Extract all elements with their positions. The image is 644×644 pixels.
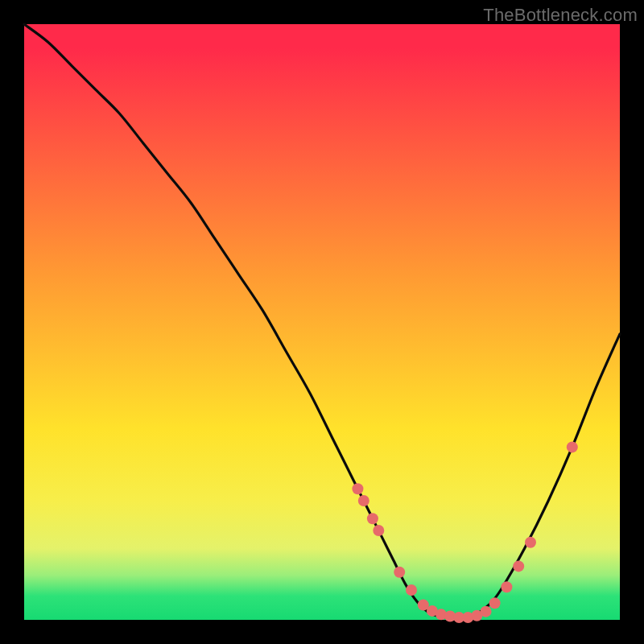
bottleneck-curve-svg xyxy=(24,24,620,620)
curve-marker-dot xyxy=(394,567,405,578)
curve-marker-dot xyxy=(513,560,524,572)
curve-marker-dot xyxy=(481,606,492,617)
curve-marker-dot xyxy=(406,584,417,596)
chart-frame: TheBottleneck.com xyxy=(0,0,644,644)
curve-marker-dot xyxy=(567,441,578,452)
bottleneck-curve xyxy=(24,24,620,618)
curve-marker-dot xyxy=(525,537,536,548)
curve-marker-dot xyxy=(367,513,378,524)
watermark-text: TheBottleneck.com xyxy=(483,5,638,26)
curve-markers xyxy=(352,441,577,623)
curve-marker-dot xyxy=(352,483,363,494)
curve-marker-dot xyxy=(373,525,384,536)
curve-marker-dot xyxy=(489,597,501,609)
curve-marker-dot xyxy=(358,495,369,506)
curve-marker-dot xyxy=(501,581,512,592)
